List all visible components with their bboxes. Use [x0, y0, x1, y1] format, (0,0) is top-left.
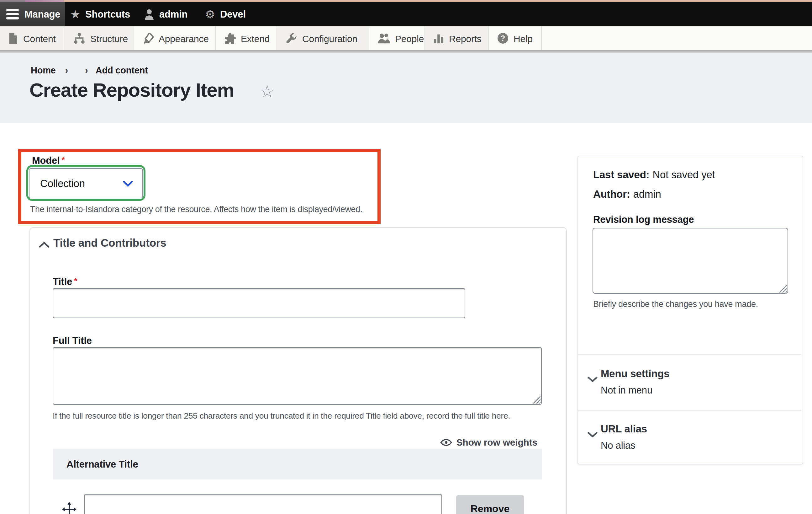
breadcrumb-home-link[interactable]: Home	[31, 65, 56, 75]
star-outline-icon[interactable]: ☆	[260, 83, 274, 100]
star-icon: ★	[70, 8, 80, 20]
full-title-textarea[interactable]	[53, 347, 542, 405]
document-icon	[8, 33, 18, 44]
last-saved-value: Not saved yet	[652, 169, 715, 180]
show-row-weights-link[interactable]: Show row weights	[440, 437, 538, 448]
breadcrumb: Home › › Add content	[31, 65, 148, 75]
chevron-up-icon[interactable]	[39, 242, 50, 248]
toolbar-item-label: Shortcuts	[85, 8, 130, 20]
tab-content[interactable]: Content	[0, 26, 65, 50]
model-select[interactable]: Collection	[29, 168, 143, 198]
tab-label: Content	[23, 33, 56, 44]
page-title: Create Repository Item	[29, 79, 234, 102]
revision-log-label: Revision log message	[593, 214, 694, 225]
title-input[interactable]	[53, 288, 465, 318]
divider	[578, 354, 801, 355]
page-header: Home › › Add content Create Repository I…	[0, 53, 812, 123]
wrench-icon	[285, 32, 297, 44]
toolbar-item-shortcuts[interactable]: ★ Shortcuts	[70, 2, 130, 26]
model-select-value: Collection	[40, 177, 85, 189]
toolbar-item-devel[interactable]: ⚙ Devel	[205, 2, 246, 26]
full-title-label: Full Title	[53, 335, 92, 346]
toolbar-item-manage[interactable]: Manage	[0, 2, 65, 26]
menu-settings-toggle[interactable]: Menu settings	[601, 368, 669, 380]
alt-title-input[interactable]	[84, 494, 442, 514]
puzzle-icon	[224, 32, 236, 44]
author-row: Author:admin	[593, 188, 661, 200]
alt-title-table-header: Alternative Title	[53, 449, 542, 480]
people-icon	[377, 33, 390, 44]
author-value: admin	[633, 188, 661, 199]
tab-reports[interactable]: Reports	[425, 26, 489, 50]
menu-settings-value: Not in menu	[601, 385, 652, 396]
tab-label: People	[395, 33, 424, 44]
required-marker: *	[62, 155, 65, 164]
barchart-icon	[433, 33, 444, 44]
model-help-text: The internal-to-Islandora category of th…	[30, 205, 381, 214]
admin-menu-tray: Content Structure Appearance Extend Conf…	[0, 26, 812, 50]
chevron-down-icon[interactable]	[587, 432, 598, 437]
revision-log-help-text: Briefly describe the changes you have ma…	[593, 299, 758, 309]
toolbar-item-label: Devel	[220, 8, 246, 20]
gear-icon: ⚙	[205, 8, 215, 20]
tab-structure[interactable]: Structure	[65, 26, 134, 50]
last-saved-row: Last saved:Not saved yet	[593, 169, 715, 181]
tray-shadow	[0, 50, 812, 53]
paintbrush-icon	[142, 32, 154, 44]
drag-handle-icon[interactable]	[62, 502, 77, 514]
model-label: Model*	[32, 155, 65, 166]
toolbar-item-label: admin	[159, 8, 187, 20]
breadcrumb-separator: ›	[65, 65, 68, 75]
full-title-help-text: If the full resource title is longer tha…	[53, 411, 548, 421]
toolbar-item-admin[interactable]: admin	[144, 2, 187, 26]
tab-label: Appearance	[158, 33, 209, 44]
user-icon	[144, 8, 154, 20]
tab-help[interactable]: ? Help	[489, 26, 542, 50]
author-label: Author:	[593, 188, 630, 199]
meta-sidebar: Last saved:Not saved yet Author:admin Re…	[578, 156, 803, 464]
tab-extend[interactable]: Extend	[216, 26, 277, 50]
tab-people[interactable]: People	[369, 26, 425, 50]
section-heading[interactable]: Title and Contributors	[53, 237, 167, 250]
hamburger-icon	[6, 9, 19, 20]
title-label: Title*	[53, 276, 77, 288]
breadcrumb-separator: ›	[85, 65, 88, 75]
tab-label: Structure	[90, 33, 128, 44]
chevron-down-icon	[123, 181, 133, 187]
divider	[578, 410, 801, 411]
admin-toolbar: Manage ★ Shortcuts admin ⚙ Devel	[0, 2, 812, 26]
page: Manage ★ Shortcuts admin ⚙ Devel Content…	[0, 0, 812, 514]
tab-configuration[interactable]: Configuration	[277, 26, 369, 50]
tab-label: Help	[514, 33, 533, 44]
eye-icon	[440, 438, 452, 446]
title-contributors-panel: Title and Contributors Title* Full Title…	[29, 227, 567, 514]
svg-text:?: ?	[501, 34, 505, 43]
last-saved-label: Last saved:	[593, 169, 649, 180]
sitemap-icon	[74, 32, 85, 44]
question-icon: ?	[497, 33, 509, 44]
toolbar-item-label: Manage	[25, 8, 60, 20]
required-marker: *	[74, 276, 77, 286]
url-alias-toggle[interactable]: URL alias	[601, 423, 647, 435]
revision-log-textarea[interactable]	[592, 228, 788, 294]
chevron-down-icon[interactable]	[587, 377, 598, 382]
breadcrumb-current[interactable]: Add content	[96, 65, 148, 75]
remove-button[interactable]: Remove	[456, 495, 524, 514]
tab-appearance[interactable]: Appearance	[134, 26, 216, 50]
tab-label: Configuration	[302, 33, 357, 44]
url-alias-value: No alias	[601, 440, 635, 451]
tab-label: Extend	[241, 33, 270, 44]
tab-label: Reports	[449, 33, 482, 44]
